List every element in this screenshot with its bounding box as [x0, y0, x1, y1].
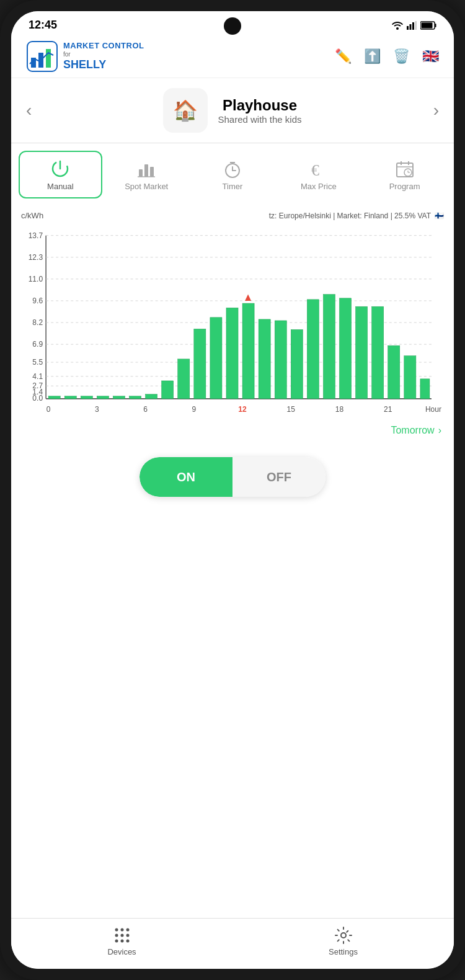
svg-rect-61 [178, 359, 190, 399]
status-time: 12:45 [29, 19, 57, 32]
chart-meta: c/kWh tz: Europe/Helsinki | Market: Finl… [21, 211, 444, 220]
svg-rect-55 [81, 396, 92, 399]
svg-point-88 [120, 929, 123, 932]
phone-frame: 12:45 [0, 0, 465, 980]
euro-icon: € [308, 158, 329, 179]
edit-icon[interactable]: ✏️ [335, 48, 352, 65]
devices-icon [113, 926, 131, 945]
location-info: Playhouse Shared with the kids [218, 97, 301, 125]
location-subtitle: Shared with the kids [218, 114, 301, 125]
toggle-area: ON OFF [11, 440, 454, 509]
toggle-on-label: ON [177, 470, 195, 484]
svg-rect-64 [226, 308, 238, 399]
svg-point-87 [115, 929, 118, 932]
tab-spot-market[interactable]: Spot Market [105, 151, 188, 198]
logo-market-control-text: MARKET CONTROL [63, 41, 144, 51]
location-icon: 🏠 [173, 99, 198, 122]
svg-text:12.3: 12.3 [29, 253, 43, 262]
svg-rect-3 [412, 22, 414, 30]
svg-rect-60 [162, 381, 174, 399]
mode-tabs: Manual Spot Market [11, 143, 454, 206]
svg-rect-63 [210, 318, 222, 399]
svg-text:5.5: 5.5 [32, 358, 43, 367]
tab-max-price-label: Max Price [301, 182, 337, 191]
svg-point-93 [115, 940, 118, 943]
flag-icon[interactable]: 🇬🇧 [422, 48, 439, 65]
svg-rect-68 [275, 321, 286, 399]
svg-point-0 [396, 27, 399, 30]
nav-settings[interactable]: Settings [232, 926, 454, 956]
toggle-off-button[interactable]: OFF [232, 457, 326, 497]
svg-text:13.7: 13.7 [29, 231, 43, 240]
svg-text:0: 0 [46, 404, 51, 413]
toggle-on-button[interactable]: ON [140, 457, 232, 497]
svg-rect-4 [415, 21, 417, 30]
svg-rect-74 [372, 306, 384, 399]
svg-rect-76 [404, 356, 416, 399]
logo-area: MARKET CONTROL for SHELLY [26, 40, 144, 73]
prev-location-arrow[interactable]: ‹ [26, 100, 32, 120]
svg-rect-11 [46, 49, 51, 68]
status-icons [392, 21, 436, 30]
svg-point-92 [126, 934, 129, 937]
nav-devices-label: Devices [107, 947, 136, 956]
tab-timer-label: Timer [223, 182, 243, 191]
svg-rect-53 [48, 396, 60, 399]
tab-max-price[interactable]: € Max Price [277, 151, 360, 198]
svg-rect-58 [130, 396, 141, 399]
svg-text:6: 6 [143, 404, 148, 413]
tab-manual-label: Manual [47, 182, 74, 191]
tab-program[interactable]: Program [363, 151, 446, 198]
svg-rect-14 [139, 169, 143, 177]
svg-point-90 [115, 934, 118, 937]
tab-manual[interactable]: Manual [19, 151, 102, 198]
nav-devices[interactable]: Devices [11, 926, 232, 956]
phone-screen: 12:45 [11, 11, 454, 969]
svg-text:18: 18 [335, 404, 344, 413]
location-name: Playhouse [218, 97, 301, 114]
svg-rect-72 [340, 298, 352, 399]
svg-rect-62 [194, 329, 206, 399]
share-icon[interactable]: ⬆️ [364, 48, 381, 65]
toggle-off-label: OFF [267, 470, 291, 484]
svg-text:4.1: 4.1 [32, 372, 43, 381]
svg-text:6.9: 6.9 [32, 340, 43, 349]
tab-timer[interactable]: Timer [191, 151, 275, 198]
svg-rect-2 [410, 24, 412, 30]
logo-text: MARKET CONTROL for SHELLY [63, 41, 144, 71]
svg-text:0.0: 0.0 [32, 394, 43, 403]
svg-point-95 [126, 940, 129, 943]
location-center: 🏠 Playhouse Shared with the kids [163, 88, 301, 133]
svg-point-91 [120, 934, 123, 937]
svg-rect-75 [388, 345, 400, 399]
calendar-clock-icon [394, 158, 415, 179]
location-bar: ‹ 🏠 Playhouse Shared with the kids › [11, 78, 454, 143]
svg-rect-71 [323, 295, 335, 399]
timer-icon [222, 158, 243, 179]
chart-area: c/kWh tz: Europe/Helsinki | Market: Finl… [11, 206, 454, 440]
chart-meta-text: tz: Europe/Helsinki | Market: Finland | … [269, 212, 431, 220]
svg-rect-15 [144, 164, 148, 177]
delete-icon[interactable]: 🗑️ [393, 48, 410, 65]
svg-text:9: 9 [192, 404, 196, 413]
svg-rect-70 [307, 300, 319, 399]
tomorrow-label: Tomorrow [391, 425, 434, 436]
tomorrow-link[interactable]: Tomorrow › [21, 421, 444, 440]
signal-icon [407, 21, 417, 30]
svg-text:3: 3 [95, 404, 99, 413]
svg-point-94 [120, 940, 123, 943]
tab-program-label: Program [389, 182, 420, 191]
nav-settings-label: Settings [329, 947, 358, 956]
chart-flag: 🇫🇮 [435, 212, 444, 220]
svg-rect-16 [150, 167, 154, 177]
main-content-spacer [11, 509, 454, 918]
svg-rect-69 [291, 329, 303, 398]
svg-rect-77 [420, 379, 430, 399]
svg-marker-66 [245, 295, 251, 301]
svg-text:21: 21 [384, 404, 392, 413]
svg-rect-56 [97, 396, 108, 399]
next-location-arrow[interactable]: › [433, 100, 439, 120]
wifi-icon [392, 21, 403, 30]
svg-text:12: 12 [238, 404, 247, 413]
bottom-nav: Devices Settings [11, 918, 454, 969]
